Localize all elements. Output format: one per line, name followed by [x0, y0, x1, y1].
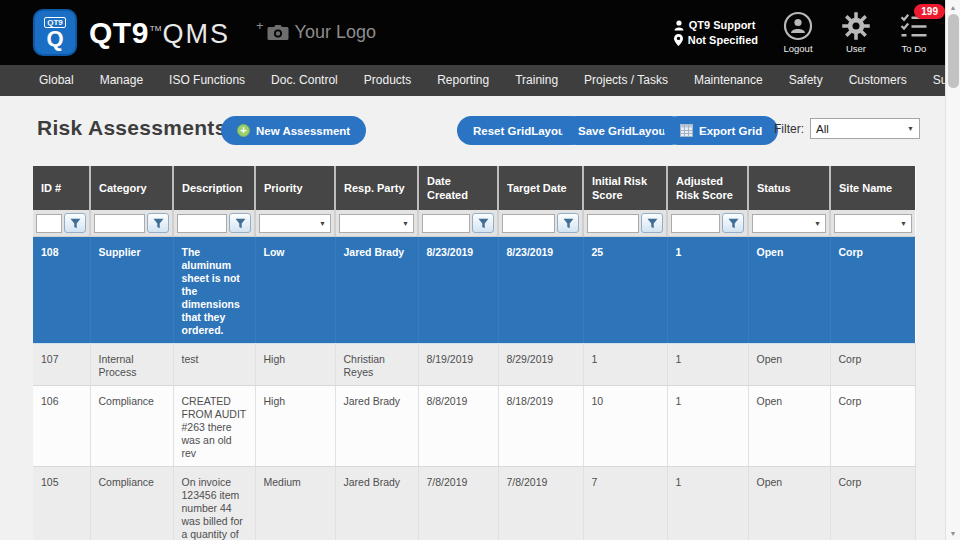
- filter-input-adjusted-risk-score[interactable]: [671, 214, 720, 233]
- filter-input-category[interactable]: [94, 214, 145, 233]
- column-header-target-date[interactable]: Target Date: [498, 166, 583, 210]
- nav-item-maintenance[interactable]: Maintenance: [681, 65, 776, 96]
- cell-adjusted-risk-score: 1: [667, 386, 748, 467]
- filter-funnel-icon: [563, 218, 574, 229]
- cell-category: Compliance: [90, 467, 173, 540]
- logout-label: Logout: [783, 43, 812, 54]
- gear-icon: [841, 11, 871, 41]
- nav-item-iso-functions[interactable]: ISO Functions: [156, 65, 258, 96]
- chevron-down-icon: ▼: [907, 125, 914, 132]
- nav-item-manage[interactable]: Manage: [87, 65, 156, 96]
- nav-item-safety[interactable]: Safety: [776, 65, 836, 96]
- cell-site-name: Corp: [830, 467, 915, 540]
- filter-select-priority[interactable]: ▼: [259, 214, 331, 233]
- cell-site-name: Corp: [830, 344, 915, 386]
- cell-id: 106: [33, 386, 90, 467]
- cell-target-date: 8/23/2019: [498, 237, 583, 344]
- brand-tm: TM: [150, 24, 162, 33]
- export-grid-icon: [680, 124, 693, 137]
- filter-input-date-created[interactable]: [422, 214, 470, 233]
- cell-priority: High: [255, 386, 335, 467]
- nav-item-customers[interactable]: Customers: [836, 65, 920, 96]
- cell-target-date: 8/18/2019: [498, 386, 583, 467]
- filter-input-target-date[interactable]: [502, 214, 555, 233]
- cell-status: Open: [748, 237, 830, 344]
- scroll-up-arrow-icon[interactable]: ▲: [946, 0, 960, 14]
- brand-qms: QMS: [162, 19, 230, 50]
- cell-initial-risk-score: 7: [583, 467, 667, 540]
- nav-item-reporting[interactable]: Reporting: [424, 65, 502, 96]
- cell-target-date: 7/8/2019: [498, 467, 583, 540]
- vertical-scrollbar[interactable]: ▲ ▼: [945, 0, 960, 540]
- cell-id: 108: [33, 237, 90, 344]
- table-row[interactable]: 106ComplianceCREATED FROM AUDIT #263 the…: [33, 386, 915, 467]
- filter-button-initial-risk-score[interactable]: [641, 213, 663, 233]
- cell-site-name: Corp: [830, 237, 915, 344]
- filter-button-id[interactable]: [64, 213, 86, 233]
- user-button[interactable]: User: [838, 11, 874, 54]
- table-row[interactable]: 107Internal ProcesstestHighChristian Rey…: [33, 344, 915, 386]
- filter-input-description[interactable]: [177, 214, 227, 233]
- cell-description: test: [173, 344, 255, 386]
- column-header-id[interactable]: ID #: [33, 166, 90, 210]
- filter-select-site-name[interactable]: ▼: [834, 214, 912, 233]
- page-title: Risk Assessments: [37, 116, 227, 140]
- qt9-logo[interactable]: QT9 Q: [33, 9, 77, 56]
- cell-id: 107: [33, 344, 90, 386]
- filter-button-description[interactable]: [229, 213, 251, 233]
- filter-cell-date-created: [418, 210, 498, 237]
- nav-item-doc-control[interactable]: Doc. Control: [258, 65, 351, 96]
- new-assessment-button[interactable]: + New Assessment: [221, 116, 366, 145]
- todo-button[interactable]: 199 To Do: [896, 11, 932, 54]
- filter-cell-target-date: [498, 210, 583, 237]
- filter-select-status[interactable]: ▼: [752, 214, 826, 233]
- column-header-category[interactable]: Category: [90, 166, 173, 210]
- new-assessment-label: New Assessment: [256, 125, 350, 137]
- cell-initial-risk-score: 1: [583, 344, 667, 386]
- filter-button-target-date[interactable]: [557, 213, 579, 233]
- column-header-date-created[interactable]: Date Created: [418, 166, 498, 210]
- column-header-initial-risk-score[interactable]: Initial Risk Score: [583, 166, 667, 210]
- column-header-site-name[interactable]: Site Name: [830, 166, 915, 210]
- main-nav: GlobalManageISO FunctionsDoc. ControlPro…: [0, 65, 960, 96]
- column-header-status[interactable]: Status: [748, 166, 830, 210]
- cell-adjusted-risk-score: 1: [667, 237, 748, 344]
- todo-label: To Do: [902, 43, 927, 54]
- nav-item-projects-tasks[interactable]: Projects / Tasks: [571, 65, 681, 96]
- filter-group: Filter: All ▼: [774, 118, 920, 139]
- table-row[interactable]: 105ComplianceOn invoice 123456 item numb…: [33, 467, 915, 540]
- filter-funnel-icon: [70, 218, 81, 229]
- export-grid-button[interactable]: Export Grid: [664, 116, 778, 145]
- filter-button-category[interactable]: [147, 213, 169, 233]
- cell-priority: Low: [255, 237, 335, 344]
- table-row[interactable]: 108SupplierThe aluminum sheet is not the…: [33, 237, 915, 344]
- cell-status: Open: [748, 344, 830, 386]
- cell-resp-party: Jared Brady: [335, 237, 418, 344]
- column-header-adjusted-risk-score[interactable]: Adjusted Risk Score: [667, 166, 748, 210]
- export-grid-label: Export Grid: [699, 125, 762, 137]
- filter-funnel-icon: [235, 218, 246, 229]
- scroll-down-arrow-icon[interactable]: ▼: [946, 526, 960, 540]
- nav-item-global[interactable]: Global: [26, 65, 87, 96]
- filter-button-adjusted-risk-score[interactable]: [722, 213, 744, 233]
- cell-date-created: 8/23/2019: [418, 237, 498, 344]
- logout-button[interactable]: Logout: [780, 11, 816, 54]
- filter-input-id[interactable]: [36, 214, 62, 233]
- filter-input-initial-risk-score[interactable]: [587, 214, 639, 233]
- column-header-description[interactable]: Description: [173, 166, 255, 210]
- your-logo-placeholder[interactable]: + Your Logo: [256, 22, 376, 43]
- nav-item-products[interactable]: Products: [351, 65, 424, 96]
- scrollbar-thumb[interactable]: [948, 14, 959, 88]
- save-gridlayout-label: Save GridLayout: [578, 125, 669, 137]
- your-logo-label: Your Logo: [295, 22, 376, 43]
- filter-select-resp-party[interactable]: ▼: [339, 214, 414, 233]
- nav-item-training[interactable]: Training: [502, 65, 571, 96]
- cell-description: The aluminum sheet is not the dimensions…: [173, 237, 255, 344]
- filter-button-date-created[interactable]: [472, 213, 494, 233]
- column-header-priority[interactable]: Priority: [255, 166, 335, 210]
- column-header-resp-party[interactable]: Resp. Party: [335, 166, 418, 210]
- cell-category: Internal Process: [90, 344, 173, 386]
- filter-select[interactable]: All ▼: [810, 118, 920, 139]
- cell-status: Open: [748, 467, 830, 540]
- filter-cell-description: [173, 210, 255, 237]
